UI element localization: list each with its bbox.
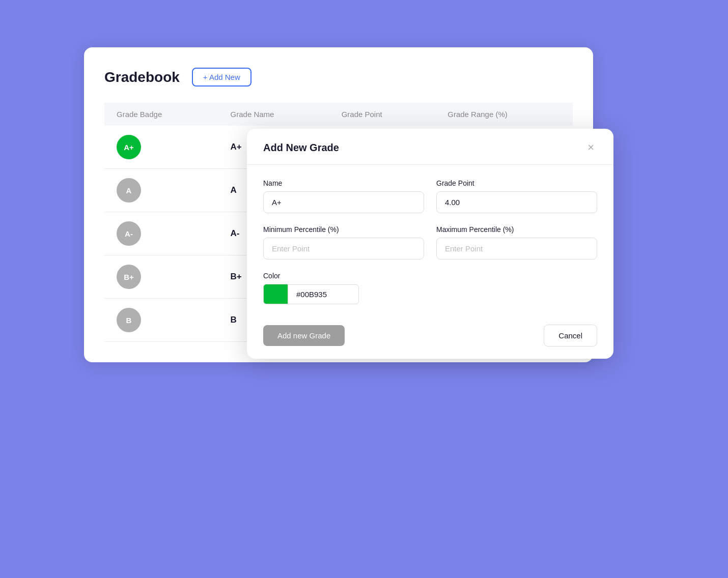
cell-badge: A-	[104, 212, 218, 255]
add-grade-modal: Add New Grade × Name Grade Point Minimum…	[247, 129, 613, 359]
cell-badge: A	[104, 169, 218, 212]
table-header-row: Grade Badge Grade Name Grade Point Grade…	[104, 103, 573, 126]
gradebook-title: Gradebook	[104, 69, 180, 85]
color-row	[263, 284, 597, 304]
cell-badge: A+	[104, 126, 218, 169]
grade-badge: B	[117, 308, 141, 332]
gradebook-header: Gradebook + Add New	[104, 68, 573, 86]
grade-point-input[interactable]	[436, 191, 597, 213]
max-percentile-label: Maximum Percentile (%)	[436, 225, 597, 234]
col-header-point: Grade Point	[329, 103, 436, 126]
min-percentile-input[interactable]	[263, 238, 424, 259]
form-group-grade-point: Grade Point	[436, 179, 597, 213]
grade-badge: A	[117, 178, 141, 203]
col-header-range: Grade Range (%)	[435, 103, 573, 126]
form-group-color: Color	[263, 272, 597, 304]
cell-badge: B+	[104, 255, 218, 299]
modal-title: Add New Grade	[263, 142, 339, 154]
modal-footer: Add new Grade Cancel	[247, 316, 613, 359]
form-group-max-percentile: Maximum Percentile (%)	[436, 225, 597, 259]
color-swatch[interactable]	[263, 284, 288, 304]
color-hex-input[interactable]	[288, 284, 359, 304]
min-percentile-label: Minimum Percentile (%)	[263, 225, 424, 234]
form-row-percentiles: Minimum Percentile (%) Maximum Percentil…	[263, 225, 597, 259]
grade-badge: B+	[117, 265, 141, 289]
add-new-button[interactable]: + Add New	[192, 68, 251, 86]
col-header-badge: Grade Badge	[104, 103, 218, 126]
cancel-button[interactable]: Cancel	[544, 325, 597, 346]
max-percentile-input[interactable]	[436, 238, 597, 259]
color-label: Color	[263, 272, 597, 280]
grade-point-label: Grade Point	[436, 179, 597, 187]
grade-badge: A-	[117, 221, 141, 246]
grade-badge: A+	[117, 135, 141, 159]
modal-close-button[interactable]: ×	[584, 141, 597, 154]
col-header-name: Grade Name	[218, 103, 329, 126]
name-label: Name	[263, 179, 424, 187]
form-group-min-percentile: Minimum Percentile (%)	[263, 225, 424, 259]
form-row-name-gradepoint: Name Grade Point	[263, 179, 597, 213]
form-group-name: Name	[263, 179, 424, 213]
modal-body: Name Grade Point Minimum Percentile (%) …	[247, 165, 613, 316]
cell-badge: B	[104, 299, 218, 342]
modal-header: Add New Grade ×	[247, 129, 613, 165]
add-grade-button[interactable]: Add new Grade	[263, 325, 345, 346]
name-input[interactable]	[263, 191, 424, 213]
